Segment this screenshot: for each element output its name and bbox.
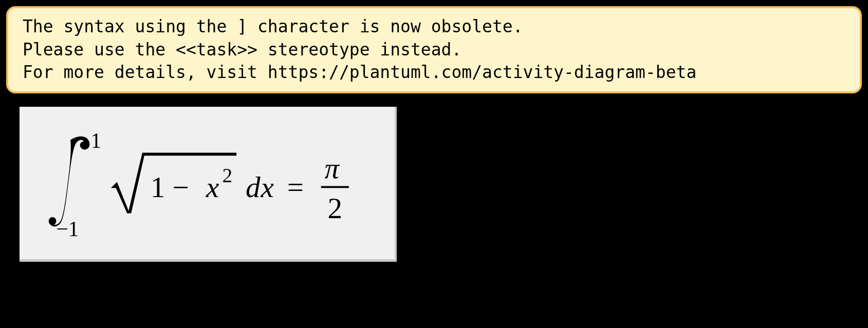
differential-x: x (260, 171, 273, 203)
warning-line-3: For more details, visit https://plantuml… (23, 61, 845, 84)
warning-line-1: The syntax using the ] character is now … (23, 15, 845, 38)
radicand-one-minus: 1 − (151, 171, 189, 203)
warning-line-2: Please use the <<task>> stereotype inste… (23, 38, 845, 62)
differential-d: d (246, 171, 261, 203)
integral-lower-limit: −1 (56, 217, 79, 241)
integral-upper-limit: 1 (90, 129, 101, 152)
fraction-denominator: 2 (328, 192, 343, 224)
integral-equation: 1 −1 1 − x 2 d x = π 2 (35, 122, 379, 244)
radicand-exponent: 2 (223, 164, 233, 187)
equals-sign: = (287, 171, 304, 203)
radicand-x: x (206, 171, 219, 203)
integral-symbol (49, 137, 90, 226)
deprecation-warning-box: The syntax using the ] character is now … (6, 6, 862, 93)
fraction-numerator-pi: π (325, 152, 340, 184)
math-equation-box: 1 −1 1 − x 2 d x = π 2 (20, 107, 397, 262)
